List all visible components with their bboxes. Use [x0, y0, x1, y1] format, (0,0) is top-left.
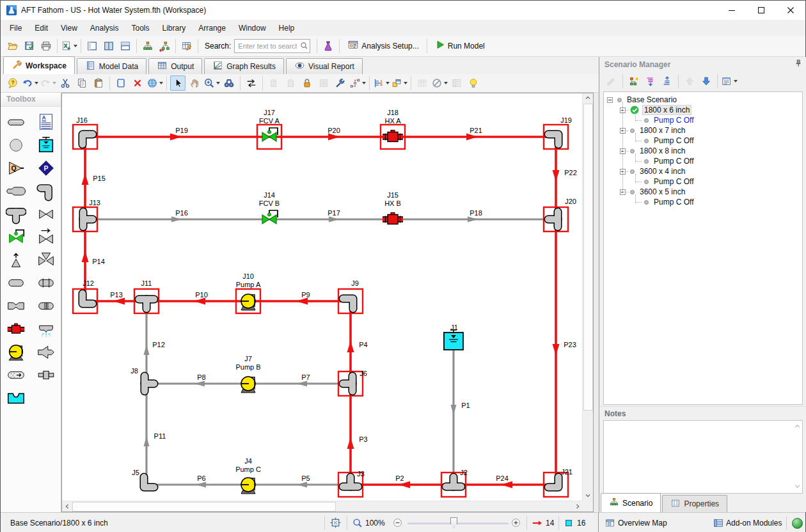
junction-J8[interactable] — [145, 376, 154, 391]
paste-button[interactable] — [91, 75, 106, 91]
analysis-setup-button[interactable]: Analysis Setup... — [342, 37, 423, 55]
zoom-out-button[interactable] — [392, 513, 403, 532]
junction-J13[interactable] — [83, 212, 93, 227]
reverse-direction-button[interactable] — [244, 75, 259, 91]
toolbox-relief-valve[interactable] — [1, 249, 31, 272]
junction-J14[interactable] — [262, 210, 278, 224]
scenario-tree-button[interactable] — [140, 38, 155, 54]
scenario-item-3600-x-5-inch[interactable]: 3600 x 5 inch — [604, 187, 802, 197]
toolbox-dead-end[interactable] — [31, 364, 61, 387]
junction-J10[interactable] — [241, 294, 255, 310]
canvas-horizontal-scrollbar[interactable] — [62, 501, 583, 512]
addon-modules-label[interactable]: Add-on Modules — [726, 513, 782, 532]
pan-hand-button[interactable] — [187, 75, 202, 91]
vertical-scroll-thumb[interactable] — [583, 104, 593, 411]
sm-new-child-button[interactable] — [626, 74, 642, 89]
junction-J17[interactable] — [262, 128, 278, 141]
duplicate-button[interactable] — [113, 75, 129, 91]
junction-J15[interactable] — [383, 213, 403, 224]
scroll-up-icon[interactable] — [585, 95, 590, 102]
scenario-item-base-scenario[interactable]: Base Scenario — [604, 95, 802, 105]
model-canvas[interactable]: P19P20P21P22P15P16P17P18P14P13P10P9P12P4… — [61, 93, 594, 512]
sm-list-button[interactable] — [721, 74, 738, 89]
tab-workspace[interactable]: Workspace — [3, 56, 75, 74]
notes-scroll-down-icon[interactable] — [794, 483, 800, 490]
toolbox-check-valve[interactable] — [31, 226, 61, 249]
save-button[interactable] — [22, 38, 37, 54]
toolbox-reservoir[interactable] — [31, 134, 61, 157]
toolbox-tee-wye[interactable] — [1, 203, 31, 226]
export-excel-button[interactable] — [61, 38, 77, 54]
cut-button[interactable] — [58, 75, 73, 91]
menu-file[interactable]: File — [3, 21, 28, 35]
right-tab-scenario[interactable]: Scenario — [601, 493, 661, 512]
delete-button[interactable] — [130, 75, 145, 91]
toolbox-valve[interactable] — [31, 203, 61, 226]
notes-textarea[interactable] — [603, 420, 803, 494]
junction-J19[interactable] — [548, 134, 558, 145]
junction-J21[interactable] — [548, 477, 558, 487]
flask-button[interactable] — [320, 38, 336, 54]
toolbox-assigned-flow[interactable]: Q — [1, 157, 31, 180]
toolbox-area-change[interactable] — [1, 180, 31, 203]
tab-output[interactable]: Output — [148, 58, 202, 74]
overview-map-label[interactable]: Overview Map — [618, 513, 667, 532]
menu-analysis[interactable]: Analysis — [84, 21, 125, 35]
menu-window[interactable]: Window — [232, 21, 273, 35]
search-input[interactable] — [234, 39, 310, 53]
maximize-button[interactable] — [747, 1, 776, 20]
zoom-in-button[interactable] — [510, 513, 521, 532]
toolbox-assigned-pressure[interactable]: P — [31, 157, 61, 180]
addon-modules-icon[interactable] — [713, 513, 724, 532]
toolbox-annotation[interactable]: A — [31, 111, 61, 134]
menu-library[interactable]: Library — [156, 21, 193, 35]
notes-scroll-up-icon[interactable] — [794, 423, 800, 430]
globe-button[interactable] — [146, 75, 163, 91]
scroll-right-icon[interactable] — [575, 504, 580, 510]
junction-J3[interactable] — [343, 477, 358, 487]
run-model-button[interactable]: Run Model — [430, 38, 490, 54]
toolbox-three-way-valve[interactable] — [31, 249, 61, 272]
scroll-left-icon[interactable] — [65, 504, 70, 510]
sm-expand-button[interactable] — [660, 74, 675, 89]
bulb-button[interactable] — [466, 75, 481, 91]
tab-visual-report[interactable]: Visual Report — [286, 58, 363, 74]
print-button[interactable] — [38, 38, 54, 54]
toolbox-general-component[interactable] — [1, 272, 31, 295]
arrange-objects-button[interactable] — [391, 75, 407, 91]
sm-down-button[interactable] — [699, 74, 714, 89]
toolbox-pump[interactable] — [1, 341, 31, 364]
sm-collapse-button[interactable] — [643, 74, 658, 89]
scenario-item-pump-c-off[interactable]: Pump C Off — [604, 115, 802, 125]
zoom-tool-button[interactable] — [203, 75, 220, 91]
scenario-item-3600-x-4-inch[interactable]: 3600 x 4 inch — [604, 166, 802, 176]
scenario-item-pump-c-off[interactable]: Pump C Off — [604, 156, 802, 166]
no-symbol-button[interactable] — [431, 75, 448, 91]
scenario-item-1800-x-6-inch[interactable]: 1800 x 6 inch — [604, 105, 802, 115]
junction-J5[interactable] — [144, 477, 154, 487]
join-pipes-button[interactable] — [349, 75, 366, 91]
scenario-item-pump-c-off[interactable]: Pump C Off — [604, 136, 802, 146]
scenario-item-1800-x-7-inch[interactable]: 1800 x 7 inch — [604, 125, 802, 136]
toolbox-bend[interactable] — [31, 180, 61, 203]
menu-tools[interactable]: Tools — [125, 21, 156, 35]
toolbox-control-valve[interactable] — [1, 226, 31, 249]
minimize-button[interactable] — [717, 1, 747, 20]
zoom-slider-thumb[interactable] — [450, 517, 457, 528]
junction-J7[interactable] — [241, 377, 255, 393]
toolbox-spray-discharge[interactable] — [31, 318, 61, 341]
toolbox-branch[interactable] — [1, 134, 31, 157]
open-folder-button[interactable] — [5, 38, 20, 54]
pin-icon[interactable] — [794, 59, 803, 70]
layout-columns-button[interactable] — [101, 38, 116, 54]
menu-help[interactable]: Help — [273, 21, 301, 35]
horizontal-scroll-thumb[interactable] — [72, 502, 336, 512]
junction-J20[interactable] — [548, 212, 558, 227]
close-button[interactable] — [776, 1, 805, 20]
junction-J12[interactable] — [83, 293, 93, 304]
copy-button[interactable] — [74, 75, 90, 91]
search-icon[interactable] — [300, 41, 308, 52]
toolbox-pipe[interactable] — [1, 111, 31, 134]
junction-J16[interactable] — [83, 134, 93, 145]
junction-J1[interactable] — [444, 330, 463, 350]
